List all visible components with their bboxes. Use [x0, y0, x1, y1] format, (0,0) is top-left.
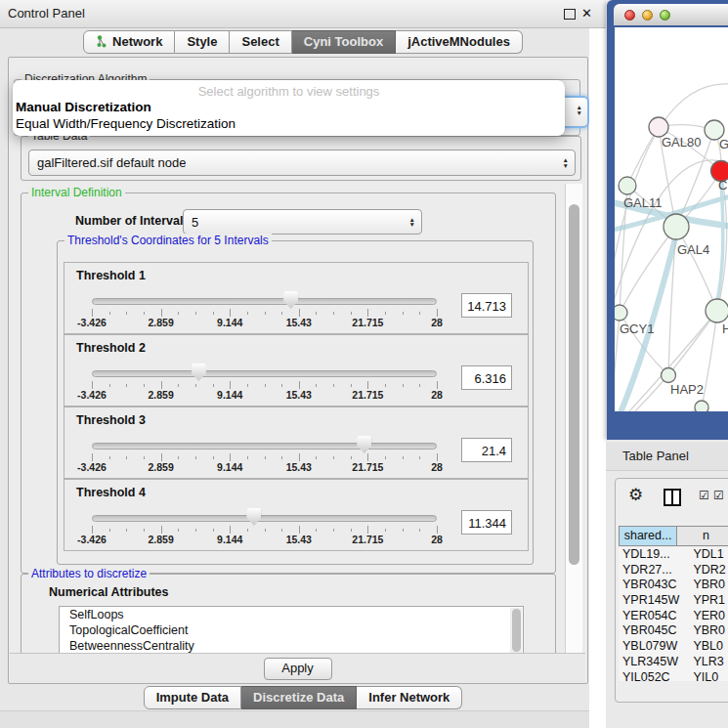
slider-tick: [92, 381, 93, 389]
threshold-label: Threshold 2: [76, 341, 146, 355]
select-all-checkbox-icon[interactable]: ☑: [699, 490, 709, 501]
table-row[interactable]: YBL079WYBL0: [619, 639, 728, 655]
tab-infer-network[interactable]: Infer Network: [357, 686, 462, 709]
table-row[interactable]: YBR045CYBR0: [619, 623, 728, 639]
slider-tick: [333, 312, 334, 315]
tab-discretize-data[interactable]: Discretize Data: [241, 686, 357, 709]
slider-tick: [178, 529, 179, 532]
table-row[interactable]: YDR27...YDR2: [619, 563, 728, 578]
threshold-slider-thumb[interactable]: [357, 436, 371, 453]
slider-tick: [437, 526, 438, 534]
threshold-slider-thumb[interactable]: [283, 291, 298, 309]
number-of-intervals-label: Number of Intervals: [75, 214, 190, 228]
dropdown-option-equal-width-frequency[interactable]: Equal Width/Frequency Discretization: [16, 116, 236, 131]
table-row[interactable]: YPR145WYPR1: [619, 593, 728, 609]
minimize-traffic-light[interactable]: [642, 10, 653, 21]
gear-icon[interactable]: ⚙: [628, 487, 643, 504]
network-node-label: GAL4: [677, 242, 709, 257]
close-traffic-light[interactable]: [624, 10, 635, 21]
panel-scrollbar-thumb[interactable]: [569, 204, 579, 565]
network-node-label: H: [722, 321, 728, 336]
network-node-label: HAP2: [670, 382, 704, 397]
slider-scale-label: 28: [431, 389, 443, 401]
tab-style[interactable]: Style: [175, 30, 230, 54]
slider-tick: [419, 312, 420, 315]
slider-tick: [161, 453, 162, 461]
table-row[interactable]: YDL19...YDL1: [619, 547, 728, 563]
list-item[interactable]: SelfLoops: [60, 607, 523, 622]
slider-tick: [195, 384, 196, 387]
slider-tick: [419, 384, 420, 387]
network-node[interactable]: [706, 299, 728, 322]
network-node[interactable]: [649, 117, 668, 137]
slider-tick: [144, 312, 145, 315]
network-node[interactable]: [664, 214, 689, 239]
slider-tick: [213, 529, 214, 532]
cell-shared-name: YDL19...: [619, 547, 691, 563]
slider-tick: [161, 381, 162, 389]
threshold-value-field[interactable]: 14.713: [461, 293, 512, 318]
close-icon[interactable]: ✕: [581, 5, 592, 22]
slider-scale-label: 28: [431, 534, 443, 545]
table-row[interactable]: YIL052CYIL0: [619, 670, 728, 682]
algorithm-dropdown-popup: Select algorithm to view settings Manual…: [13, 80, 565, 136]
threshold-slider-thumb[interactable]: [192, 364, 206, 381]
list-item[interactable]: BetweennessCentrality: [60, 638, 523, 654]
tab-jactivemnodules[interactable]: jActiveMNodules: [396, 30, 523, 54]
table-row[interactable]: YLR345WYLR3: [619, 655, 728, 670]
list-item[interactable]: TopologicalCoefficient: [60, 622, 523, 638]
slider-scale-label: 9.144: [217, 534, 242, 545]
threshold-value-field[interactable]: 11.344: [461, 510, 512, 535]
threshold-slider-thumb[interactable]: [246, 508, 261, 526]
threshold-value-field[interactable]: 21.4: [461, 438, 512, 462]
apply-button[interactable]: Apply: [264, 658, 332, 680]
network-node[interactable]: [619, 177, 636, 194]
tab-select[interactable]: Select: [230, 30, 291, 54]
table-data-combo[interactable]: galFiltered.sif default node ▲▼: [28, 150, 576, 176]
cyni-panel: Discretization Algorithm ▲▼ Table Data g…: [8, 57, 588, 684]
slider-tick: [281, 456, 282, 459]
list-scrollbar-thumb[interactable]: [512, 609, 521, 652]
group-title: Interval Definition: [28, 186, 125, 199]
slider-tick: [385, 529, 386, 532]
slider-scale-label: 21.715: [352, 317, 383, 328]
tab-network[interactable]: Network: [83, 30, 175, 54]
list-scrollbar[interactable]: [510, 608, 522, 653]
tab-impute-data[interactable]: Impute Data: [144, 686, 241, 709]
columns-icon[interactable]: [664, 489, 681, 506]
tab-label: Select: [241, 34, 278, 49]
threshold-slider-track[interactable]: [92, 298, 437, 305]
threshold-value-field[interactable]: 6.316: [461, 365, 512, 390]
column-header-shared-name[interactable]: shared...: [619, 526, 677, 546]
slider-tick: [195, 312, 196, 315]
slider-scale: -3.4262.8599.14415.4321.71528: [64, 317, 528, 330]
network-canvas[interactable]: GAL80GCGAL11GAL4GCY1HHAP2: [615, 27, 728, 411]
network-node[interactable]: [695, 401, 708, 411]
threshold-slider-track[interactable]: [92, 515, 437, 522]
number-of-intervals-combo[interactable]: 5 ▲▼: [183, 209, 422, 235]
threshold-slider-track[interactable]: [92, 443, 437, 450]
cell-name: YDL1: [691, 547, 728, 563]
network-node[interactable]: [662, 368, 676, 383]
dropdown-option-manual-discretization[interactable]: Manual Discretization: [16, 100, 151, 114]
table-row[interactable]: YBR043CYBR0: [619, 578, 728, 593]
tab-cyni-toolbox[interactable]: Cyni Toolbox: [292, 30, 396, 54]
table-row[interactable]: YER054CYER0: [619, 609, 728, 624]
checkbox-icon[interactable]: ☑: [713, 490, 724, 501]
slider-tick: [109, 529, 110, 532]
cell-shared-name: YER054C: [619, 609, 691, 624]
apply-bar: Apply: [10, 653, 585, 683]
slider-tick: [437, 309, 438, 317]
float-window-icon[interactable]: [564, 9, 576, 20]
slider-tick: [161, 526, 162, 534]
tab-label: Infer Network: [368, 690, 450, 705]
zoom-traffic-light[interactable]: [660, 10, 670, 21]
panel-scrollbar[interactable]: [565, 184, 582, 653]
cell-name: YDR2: [691, 563, 728, 578]
network-node[interactable]: [615, 305, 627, 321]
threshold-slider-track[interactable]: [92, 370, 437, 377]
node-table: shared... n YDL19...YDL1YDR27...YDR2YBR0…: [619, 526, 728, 682]
slider-tick: [109, 456, 110, 459]
slider-tick: [144, 456, 145, 459]
column-header-name[interactable]: n: [677, 526, 728, 546]
